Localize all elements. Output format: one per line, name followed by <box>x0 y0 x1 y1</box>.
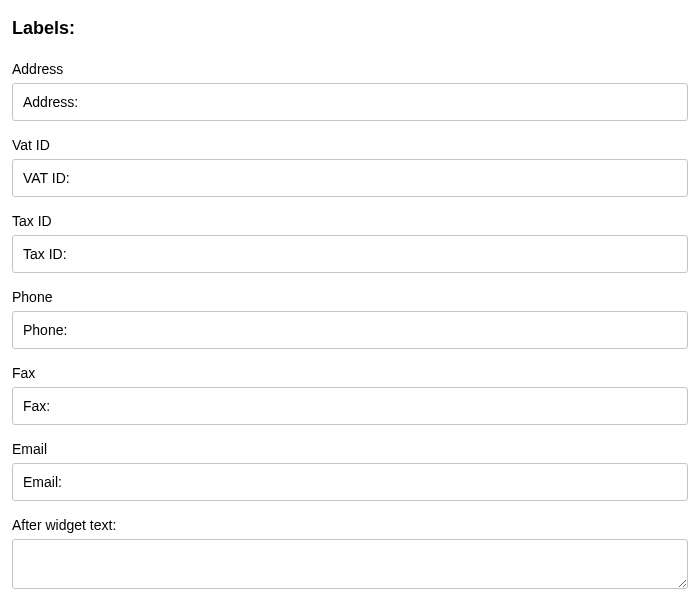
fax-label: Fax <box>12 365 688 381</box>
vat-id-input[interactable] <box>12 159 688 197</box>
after-widget-text-label: After widget text: <box>12 517 688 533</box>
form-group-email: Email <box>12 441 688 501</box>
section-title: Labels: <box>12 18 688 39</box>
form-group-tax-id: Tax ID <box>12 213 688 273</box>
tax-id-label: Tax ID <box>12 213 688 229</box>
address-label: Address <box>12 61 688 77</box>
form-group-after-widget-text: After widget text: <box>12 517 688 593</box>
email-input[interactable] <box>12 463 688 501</box>
form-group-address: Address <box>12 61 688 121</box>
form-group-vat-id: Vat ID <box>12 137 688 197</box>
after-widget-text-textarea[interactable] <box>12 539 688 589</box>
phone-input[interactable] <box>12 311 688 349</box>
phone-label: Phone <box>12 289 688 305</box>
address-input[interactable] <box>12 83 688 121</box>
email-label: Email <box>12 441 688 457</box>
vat-id-label: Vat ID <box>12 137 688 153</box>
form-group-phone: Phone <box>12 289 688 349</box>
fax-input[interactable] <box>12 387 688 425</box>
tax-id-input[interactable] <box>12 235 688 273</box>
form-group-fax: Fax <box>12 365 688 425</box>
